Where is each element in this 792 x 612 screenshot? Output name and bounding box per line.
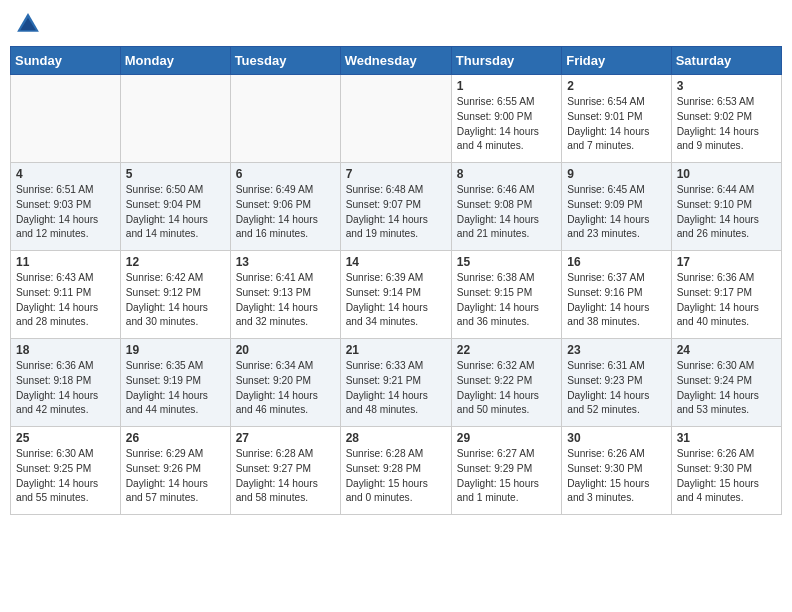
day-number: 2 xyxy=(567,79,665,93)
logo-icon xyxy=(14,10,42,38)
weekday-header-friday: Friday xyxy=(562,47,671,75)
day-info: Sunrise: 6:28 AMSunset: 9:28 PMDaylight:… xyxy=(346,447,446,506)
day-info: Sunrise: 6:28 AMSunset: 9:27 PMDaylight:… xyxy=(236,447,335,506)
weekday-header-thursday: Thursday xyxy=(451,47,561,75)
day-info: Sunrise: 6:36 AMSunset: 9:18 PMDaylight:… xyxy=(16,359,115,418)
day-number: 6 xyxy=(236,167,335,181)
calendar-cell: 10Sunrise: 6:44 AMSunset: 9:10 PMDayligh… xyxy=(671,163,781,251)
calendar-cell: 8Sunrise: 6:46 AMSunset: 9:08 PMDaylight… xyxy=(451,163,561,251)
calendar-week-row: 11Sunrise: 6:43 AMSunset: 9:11 PMDayligh… xyxy=(11,251,782,339)
calendar-cell: 2Sunrise: 6:54 AMSunset: 9:01 PMDaylight… xyxy=(562,75,671,163)
day-number: 31 xyxy=(677,431,776,445)
day-info: Sunrise: 6:32 AMSunset: 9:22 PMDaylight:… xyxy=(457,359,556,418)
day-info: Sunrise: 6:31 AMSunset: 9:23 PMDaylight:… xyxy=(567,359,665,418)
day-info: Sunrise: 6:26 AMSunset: 9:30 PMDaylight:… xyxy=(567,447,665,506)
calendar-cell: 24Sunrise: 6:30 AMSunset: 9:24 PMDayligh… xyxy=(671,339,781,427)
calendar-cell: 28Sunrise: 6:28 AMSunset: 9:28 PMDayligh… xyxy=(340,427,451,515)
day-number: 1 xyxy=(457,79,556,93)
page-header xyxy=(10,10,782,38)
day-info: Sunrise: 6:48 AMSunset: 9:07 PMDaylight:… xyxy=(346,183,446,242)
day-number: 15 xyxy=(457,255,556,269)
calendar-cell: 17Sunrise: 6:36 AMSunset: 9:17 PMDayligh… xyxy=(671,251,781,339)
day-number: 25 xyxy=(16,431,115,445)
day-info: Sunrise: 6:34 AMSunset: 9:20 PMDaylight:… xyxy=(236,359,335,418)
calendar-cell: 31Sunrise: 6:26 AMSunset: 9:30 PMDayligh… xyxy=(671,427,781,515)
calendar-header-row: SundayMondayTuesdayWednesdayThursdayFrid… xyxy=(11,47,782,75)
calendar-week-row: 18Sunrise: 6:36 AMSunset: 9:18 PMDayligh… xyxy=(11,339,782,427)
weekday-header-sunday: Sunday xyxy=(11,47,121,75)
day-number: 29 xyxy=(457,431,556,445)
day-number: 19 xyxy=(126,343,225,357)
day-info: Sunrise: 6:42 AMSunset: 9:12 PMDaylight:… xyxy=(126,271,225,330)
day-info: Sunrise: 6:37 AMSunset: 9:16 PMDaylight:… xyxy=(567,271,665,330)
calendar-week-row: 25Sunrise: 6:30 AMSunset: 9:25 PMDayligh… xyxy=(11,427,782,515)
day-number: 13 xyxy=(236,255,335,269)
day-number: 14 xyxy=(346,255,446,269)
day-number: 17 xyxy=(677,255,776,269)
calendar-cell: 5Sunrise: 6:50 AMSunset: 9:04 PMDaylight… xyxy=(120,163,230,251)
day-info: Sunrise: 6:46 AMSunset: 9:08 PMDaylight:… xyxy=(457,183,556,242)
day-number: 12 xyxy=(126,255,225,269)
calendar-table: SundayMondayTuesdayWednesdayThursdayFrid… xyxy=(10,46,782,515)
day-number: 7 xyxy=(346,167,446,181)
calendar-week-row: 1Sunrise: 6:55 AMSunset: 9:00 PMDaylight… xyxy=(11,75,782,163)
day-number: 4 xyxy=(16,167,115,181)
day-info: Sunrise: 6:33 AMSunset: 9:21 PMDaylight:… xyxy=(346,359,446,418)
calendar-week-row: 4Sunrise: 6:51 AMSunset: 9:03 PMDaylight… xyxy=(11,163,782,251)
day-number: 9 xyxy=(567,167,665,181)
calendar-cell: 26Sunrise: 6:29 AMSunset: 9:26 PMDayligh… xyxy=(120,427,230,515)
day-number: 8 xyxy=(457,167,556,181)
calendar-cell xyxy=(340,75,451,163)
day-info: Sunrise: 6:51 AMSunset: 9:03 PMDaylight:… xyxy=(16,183,115,242)
day-info: Sunrise: 6:55 AMSunset: 9:00 PMDaylight:… xyxy=(457,95,556,154)
calendar-cell: 25Sunrise: 6:30 AMSunset: 9:25 PMDayligh… xyxy=(11,427,121,515)
calendar-cell: 27Sunrise: 6:28 AMSunset: 9:27 PMDayligh… xyxy=(230,427,340,515)
calendar-cell: 9Sunrise: 6:45 AMSunset: 9:09 PMDaylight… xyxy=(562,163,671,251)
day-number: 3 xyxy=(677,79,776,93)
calendar-cell: 11Sunrise: 6:43 AMSunset: 9:11 PMDayligh… xyxy=(11,251,121,339)
calendar-cell: 18Sunrise: 6:36 AMSunset: 9:18 PMDayligh… xyxy=(11,339,121,427)
weekday-header-saturday: Saturday xyxy=(671,47,781,75)
day-info: Sunrise: 6:45 AMSunset: 9:09 PMDaylight:… xyxy=(567,183,665,242)
day-number: 26 xyxy=(126,431,225,445)
calendar-cell xyxy=(230,75,340,163)
calendar-cell xyxy=(11,75,121,163)
day-info: Sunrise: 6:29 AMSunset: 9:26 PMDaylight:… xyxy=(126,447,225,506)
day-number: 16 xyxy=(567,255,665,269)
calendar-cell: 3Sunrise: 6:53 AMSunset: 9:02 PMDaylight… xyxy=(671,75,781,163)
calendar-cell: 6Sunrise: 6:49 AMSunset: 9:06 PMDaylight… xyxy=(230,163,340,251)
day-number: 28 xyxy=(346,431,446,445)
calendar-cell: 20Sunrise: 6:34 AMSunset: 9:20 PMDayligh… xyxy=(230,339,340,427)
day-number: 5 xyxy=(126,167,225,181)
day-info: Sunrise: 6:43 AMSunset: 9:11 PMDaylight:… xyxy=(16,271,115,330)
day-info: Sunrise: 6:26 AMSunset: 9:30 PMDaylight:… xyxy=(677,447,776,506)
day-info: Sunrise: 6:35 AMSunset: 9:19 PMDaylight:… xyxy=(126,359,225,418)
day-info: Sunrise: 6:49 AMSunset: 9:06 PMDaylight:… xyxy=(236,183,335,242)
calendar-cell: 15Sunrise: 6:38 AMSunset: 9:15 PMDayligh… xyxy=(451,251,561,339)
day-number: 30 xyxy=(567,431,665,445)
day-info: Sunrise: 6:54 AMSunset: 9:01 PMDaylight:… xyxy=(567,95,665,154)
day-info: Sunrise: 6:44 AMSunset: 9:10 PMDaylight:… xyxy=(677,183,776,242)
calendar-cell: 23Sunrise: 6:31 AMSunset: 9:23 PMDayligh… xyxy=(562,339,671,427)
day-number: 11 xyxy=(16,255,115,269)
day-number: 10 xyxy=(677,167,776,181)
day-info: Sunrise: 6:41 AMSunset: 9:13 PMDaylight:… xyxy=(236,271,335,330)
day-info: Sunrise: 6:39 AMSunset: 9:14 PMDaylight:… xyxy=(346,271,446,330)
day-number: 23 xyxy=(567,343,665,357)
calendar-body: 1Sunrise: 6:55 AMSunset: 9:00 PMDaylight… xyxy=(11,75,782,515)
logo xyxy=(14,10,46,38)
day-number: 22 xyxy=(457,343,556,357)
calendar-cell: 21Sunrise: 6:33 AMSunset: 9:21 PMDayligh… xyxy=(340,339,451,427)
calendar-cell: 12Sunrise: 6:42 AMSunset: 9:12 PMDayligh… xyxy=(120,251,230,339)
weekday-header-tuesday: Tuesday xyxy=(230,47,340,75)
calendar-cell: 13Sunrise: 6:41 AMSunset: 9:13 PMDayligh… xyxy=(230,251,340,339)
calendar-cell: 14Sunrise: 6:39 AMSunset: 9:14 PMDayligh… xyxy=(340,251,451,339)
calendar-cell xyxy=(120,75,230,163)
calendar-cell: 1Sunrise: 6:55 AMSunset: 9:00 PMDaylight… xyxy=(451,75,561,163)
day-info: Sunrise: 6:36 AMSunset: 9:17 PMDaylight:… xyxy=(677,271,776,330)
calendar-cell: 22Sunrise: 6:32 AMSunset: 9:22 PMDayligh… xyxy=(451,339,561,427)
calendar-cell: 30Sunrise: 6:26 AMSunset: 9:30 PMDayligh… xyxy=(562,427,671,515)
calendar-cell: 19Sunrise: 6:35 AMSunset: 9:19 PMDayligh… xyxy=(120,339,230,427)
weekday-header-wednesday: Wednesday xyxy=(340,47,451,75)
calendar-cell: 7Sunrise: 6:48 AMSunset: 9:07 PMDaylight… xyxy=(340,163,451,251)
